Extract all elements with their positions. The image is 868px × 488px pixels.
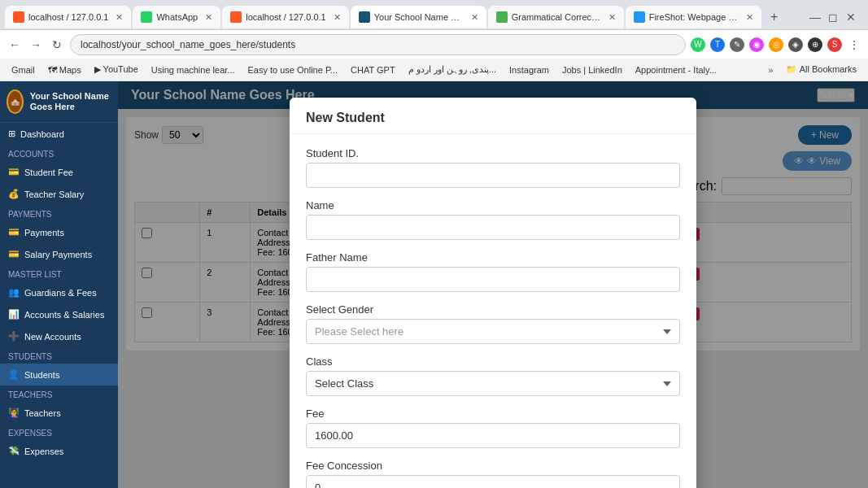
tab-5-favicon [496, 11, 508, 23]
modal-overlay: New Student Student ID. Name Father Name [118, 81, 868, 488]
fee-concession-input[interactable] [306, 475, 680, 488]
tab-6-close[interactable]: ✕ [746, 12, 753, 23]
fee-input[interactable] [306, 423, 680, 448]
sidebar-item-guardians-fees[interactable]: 👥 Guardians & Fees [0, 281, 118, 303]
all-bookmarks[interactable]: 📁 All Bookmarks [781, 63, 861, 76]
bookmark-maps-label: 🗺 Maps [48, 65, 81, 75]
sidebar-item-salary-payments-label: Salary Payments [24, 250, 92, 259]
all-bookmarks-label: 📁 All Bookmarks [786, 64, 857, 75]
class-select[interactable]: Select Class Class 1 Class 2 Class 3 Cla… [306, 371, 680, 396]
tab-2-close[interactable]: ✕ [205, 12, 212, 23]
tab-4[interactable]: Your School Name G... ✕ [351, 6, 486, 28]
sidebar-item-dashboard[interactable]: ⊞ Dashboard [0, 123, 118, 145]
sidebar-item-guardians-fees-label: Guardians & Fees [24, 288, 97, 298]
bookmark-ml-label: Using machine lear... [151, 65, 235, 75]
bookmark-online-label: Easy to use Online P... [248, 65, 338, 75]
tab-1-favicon [13, 11, 24, 23]
student-fee-icon: 💳 [8, 167, 20, 177]
bookmarks-more[interactable]: » [763, 63, 778, 76]
tab-bar: localhost / 127.0.0.1 ✕ WhatsApp ✕ local… [0, 0, 868, 29]
tab-2[interactable]: WhatsApp ✕ [133, 6, 220, 28]
father-name-group: Father Name [306, 251, 680, 292]
extension-icon-4[interactable]: ⊕ [808, 37, 822, 52]
forward-button[interactable]: → [28, 38, 44, 51]
bookmark-gmail[interactable]: Gmail [7, 63, 40, 76]
sidebar-item-payments[interactable]: 💳 Payments [0, 221, 118, 243]
bookmark-instagram[interactable]: Instagram [504, 63, 554, 76]
sidebar-item-teachers[interactable]: 👩‍🏫 Teachers [0, 402, 118, 424]
bookmark-chatgpt[interactable]: CHAT GPT [346, 63, 400, 76]
sidebar-item-dashboard-label: Dashboard [20, 129, 64, 139]
student-id-input[interactable] [306, 163, 680, 188]
name-label: Name [306, 199, 680, 211]
bookmark-online[interactable]: Easy to use Online P... [243, 63, 342, 76]
extension-icon-3[interactable]: ◈ [788, 37, 803, 52]
bookmark-chatgpt-label: CHAT GPT [351, 65, 395, 75]
logo-text: Your School Name Goes Here [30, 91, 111, 112]
window-controls: — ◻ ✕ [809, 11, 863, 23]
browser-chrome: localhost / 127.0.0.1 ✕ WhatsApp ✕ local… [0, 0, 868, 81]
sidebar-item-new-accounts[interactable]: ➕ New Accounts [0, 325, 118, 347]
edit-icon[interactable]: ✎ [730, 37, 744, 52]
tab-1-title: localhost / 127.0.0.1 [28, 12, 108, 22]
tab-6[interactable]: FireShot: Webpage S... ✕ [626, 6, 761, 28]
tab-3-favicon [230, 11, 242, 23]
minimize-button[interactable]: — [809, 11, 821, 23]
tab-3-title: localhost / 127.0.0.1 [246, 12, 325, 22]
whatsapp-icon[interactable]: W [691, 37, 705, 52]
tab-1-close[interactable]: ✕ [116, 12, 123, 23]
students-icon: 👤 [8, 369, 20, 380]
fee-label: Fee [306, 407, 680, 420]
new-student-modal: New Student Student ID. Name Father Name [290, 98, 696, 488]
bookmark-youtube[interactable]: ▶ YouTube [89, 63, 143, 76]
dashboard-icon: ⊞ [8, 129, 15, 139]
address-input[interactable] [70, 34, 686, 55]
refresh-button[interactable]: ↻ [49, 38, 65, 51]
back-button[interactable]: ← [7, 38, 23, 51]
bookmark-urdu[interactable]: پندی, روہن اور اردو م... [403, 63, 501, 76]
tab-4-close[interactable]: ✕ [471, 12, 478, 23]
sidebar-logo: 🏫 Your School Name Goes Here [0, 81, 118, 123]
sidebar-item-accounts-salaries[interactable]: 📊 Accounts & Salaries [0, 303, 118, 325]
tab-5[interactable]: Grammatical Correct... ✕ [488, 6, 624, 28]
accounts-salaries-icon: 📊 [8, 309, 20, 320]
bookmark-linkedin[interactable]: Jobs | LinkedIn [557, 63, 627, 76]
sidebar-item-students[interactable]: 👤 Students [0, 364, 118, 386]
new-accounts-icon: ➕ [8, 331, 20, 342]
bookmark-maps[interactable]: 🗺 Maps [43, 63, 86, 76]
extension-icon-1[interactable]: ◉ [749, 37, 764, 52]
sidebar-item-expenses-label: Expenses [24, 447, 63, 456]
modal-header: New Student [290, 98, 696, 134]
address-bar-row: ← → ↻ W T ✎ ◉ ◎ ◈ ⊕ S ⋮ [0, 29, 868, 59]
tab-3[interactable]: localhost / 127.0.0.1 ✕ [222, 6, 348, 28]
sidebar-item-student-fee[interactable]: 💳 Student Fee [0, 161, 118, 183]
gender-select[interactable]: Please Select here Male Female [306, 319, 680, 344]
bookmark-italy[interactable]: Appointment - Italy... [630, 63, 722, 76]
payments-icon: 💳 [8, 227, 20, 237]
sidebar-item-payments-label: Payments [24, 228, 64, 237]
name-input[interactable] [306, 215, 680, 240]
name-group: Name [306, 199, 680, 240]
profile-icon[interactable]: S [827, 37, 842, 52]
app-container: 🏫 Your School Name Goes Here ⊞ Dashboard… [0, 81, 868, 488]
menu-button[interactable]: ⋮ [847, 37, 861, 52]
sidebar-item-expenses[interactable]: 💸 Expenses [0, 440, 118, 462]
new-tab-button[interactable]: + [763, 6, 786, 28]
father-name-input[interactable] [306, 267, 680, 292]
sidebar-item-teachers-label: Teachers [24, 408, 61, 418]
bookmark-ml[interactable]: Using machine lear... [146, 63, 240, 76]
sidebar-item-teacher-salary[interactable]: 💰 Teacher Salary [0, 183, 118, 205]
close-button[interactable]: ✕ [845, 11, 857, 23]
student-id-group: Student ID. [306, 147, 680, 188]
maximize-button[interactable]: ◻ [827, 11, 839, 23]
extension-icon-2[interactable]: ◎ [769, 37, 783, 52]
bookmark-urdu-label: پندی, روہن اور اردو م... [408, 64, 496, 75]
sidebar: 🏫 Your School Name Goes Here ⊞ Dashboard… [0, 81, 118, 488]
sidebar-section-students: Students [0, 347, 118, 364]
translate-icon[interactable]: T [710, 37, 725, 52]
sidebar-item-salary-payments[interactable]: 💳 Salary Payments [0, 243, 118, 265]
sidebar-item-students-label: Students [24, 370, 59, 380]
tab-3-close[interactable]: ✕ [334, 12, 341, 23]
tab-1[interactable]: localhost / 127.0.0.1 ✕ [5, 6, 131, 28]
tab-5-close[interactable]: ✕ [608, 12, 616, 23]
